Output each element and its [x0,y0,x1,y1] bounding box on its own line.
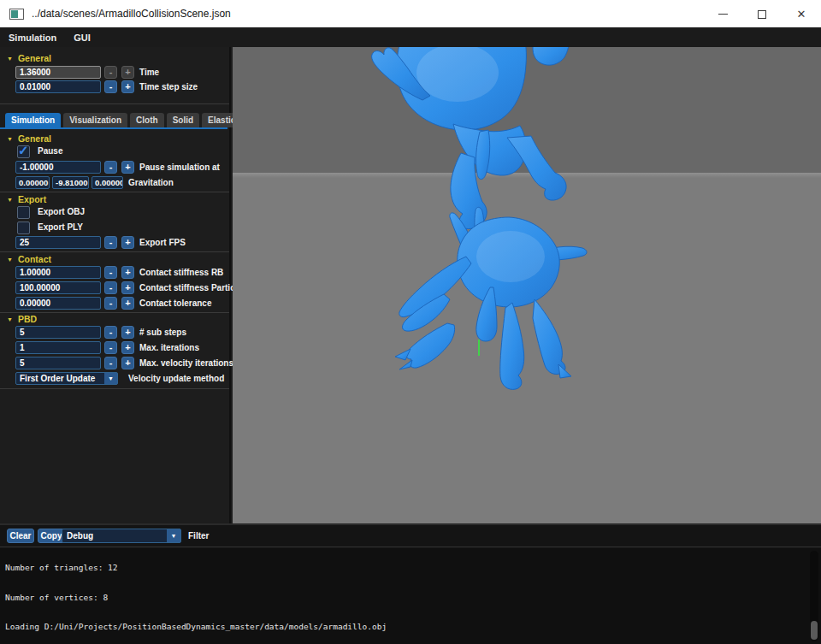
increment-button[interactable]: + [121,266,134,279]
max-velocity-iterations-field[interactable]: 5 [15,357,101,369]
contact-stiffness-rb-row: 1.00000 - + Contact stiffness RB [0,266,229,280]
tab-cloth[interactable]: Cloth [130,113,164,127]
velocity-update-dropdown[interactable]: First Order Update ▼ [15,372,118,385]
armadillo-scene-render [233,47,821,523]
pause-at-field[interactable]: -1.00000 [15,161,101,174]
tab-visualization[interactable]: Visualization [63,113,127,127]
close-button[interactable]: ✕ [782,0,821,28]
menu-simulation[interactable]: Simulation [0,32,65,43]
max-iterations-field[interactable]: 1 [15,341,101,354]
pause-at-decrement-button[interactable]: - [104,161,117,174]
time-decrement-button[interactable]: - [104,66,117,79]
contact-stiffness-rb-field[interactable]: 1.00000 [15,266,101,279]
contact-tolerance-row: 0.00000 - + Contact tolerance [0,297,229,310]
export-obj-checkbox[interactable] [17,206,30,219]
time-step-increment-button[interactable]: + [121,80,134,93]
maximize-icon [758,10,766,19]
export-ply-row: Export PLY [0,222,229,235]
window-controls: ✕ [703,0,821,28]
section-header-pbd[interactable]: ▼ PBD [7,314,37,324]
sub-steps-field[interactable]: 5 [15,326,101,339]
contact-tolerance-field[interactable]: 0.00000 [15,297,101,310]
section-header-general[interactable]: ▼ General [7,133,51,144]
pause-at-increment-button[interactable]: + [121,161,134,174]
separator [0,251,229,252]
time-row: 1.36000 - + Time [0,66,229,80]
constraint-marker-green [478,340,480,356]
app-icon [9,9,24,20]
pause-checkbox[interactable]: ✓ [17,145,30,158]
export-fps-increment-button[interactable]: + [121,236,134,249]
decrement-button[interactable]: - [104,341,117,354]
contact-stiffness-rb-label: Contact stiffness RB [139,268,223,277]
console-toolbar: Clear Copy Debug ▼ Filter [0,525,821,547]
separator [0,388,229,389]
velocity-update-label: Velocity update method [128,374,224,383]
time-field[interactable]: 1.36000 [15,66,101,79]
collapse-icon: ▼ [7,197,13,203]
contact-stiffness-particle-field[interactable]: 100.00000 [15,281,101,294]
app-window: ../data/scenes/ArmadilloCollisionScene.j… [0,0,821,644]
log-line: Number of vertices: 8 [5,593,821,603]
time-step-decrement-button[interactable]: - [104,80,117,93]
log-lines: Number of triangles: 12 Number of vertic… [0,548,821,644]
chevron-down-icon: ▼ [167,529,180,542]
export-ply-checkbox[interactable] [17,222,30,234]
time-step-label: Time step size [139,82,198,92]
clear-button[interactable]: Clear [7,529,34,543]
max-velocity-iterations-row: 5 - + Max. velocity iterations [0,357,229,370]
log-level-dropdown[interactable]: Debug ▼ [62,529,181,543]
separator [0,103,229,104]
decrement-button[interactable]: - [104,326,117,339]
minimize-button[interactable] [703,0,742,28]
export-fps-decrement-button[interactable]: - [104,236,117,249]
log-output[interactable]: Number of triangles: 12 Number of vertic… [0,548,821,644]
collapse-icon: ▼ [7,56,13,62]
sub-steps-label: # sub steps [139,328,186,337]
gravitation-label: Gravitation [128,178,174,187]
decrement-button[interactable]: - [104,266,117,279]
parameter-panel: ▼ General 1.36000 - + Time 0.01000 - + T… [0,47,231,523]
log-console: Clear Copy Debug ▼ Filter Number of tria… [0,523,821,644]
log-line: Loading D:/Uni/Projects/PositionBasedDyn… [5,622,821,632]
pause-row: ✓ Pause [0,145,229,159]
log-scrollbar[interactable] [810,551,818,641]
time-step-field[interactable]: 0.01000 [15,80,101,93]
minimize-icon [718,14,728,15]
pause-label: Pause [38,146,62,156]
viewport-3d[interactable] [233,47,821,523]
max-velocity-iterations-label: Max. velocity iterations [139,358,233,368]
log-scrollbar-thumb[interactable] [811,621,818,640]
tab-simulation[interactable]: Simulation [5,113,61,127]
export-fps-field[interactable]: 25 [15,236,101,249]
increment-button[interactable]: + [121,297,134,310]
title-bar: ../data/scenes/ArmadilloCollisionScene.j… [0,0,821,28]
section-header-export[interactable]: ▼ Export [7,194,46,204]
export-fps-label: Export FPS [139,238,186,247]
time-label: Time [139,68,159,77]
gravitation-row: 0.00000 -9.81000 0.00000 Gravitation [0,176,229,190]
decrement-button[interactable]: - [104,357,117,369]
contact-tolerance-label: Contact tolerance [139,298,211,308]
section-header-general-top[interactable]: ▼ General [7,53,51,63]
max-iterations-label: Max. iterations [139,343,199,352]
increment-button[interactable]: + [121,326,134,339]
increment-button[interactable]: + [121,281,134,294]
pause-at-row: -1.00000 - + Pause simulation at [0,161,229,174]
decrement-button[interactable]: - [104,297,117,310]
time-increment-button[interactable]: + [121,66,134,79]
decrement-button[interactable]: - [104,281,117,294]
sub-steps-row: 5 - + # sub steps [0,326,229,340]
gravitation-x-field[interactable]: 0.00000 [15,176,50,189]
section-header-contact[interactable]: ▼ Contact [7,254,51,264]
gravitation-y-field[interactable]: -9.81000 [52,176,89,189]
gravitation-z-field[interactable]: 0.00000 [92,176,123,189]
filter-label: Filter [188,531,209,541]
increment-button[interactable]: + [121,341,134,354]
increment-button[interactable]: + [121,357,134,369]
tab-solid[interactable]: Solid [167,113,199,127]
checkmark-icon: ✓ [18,143,29,158]
menu-gui[interactable]: GUI [65,32,99,43]
maximize-button[interactable] [742,0,782,28]
chevron-down-icon: ▼ [104,373,117,384]
